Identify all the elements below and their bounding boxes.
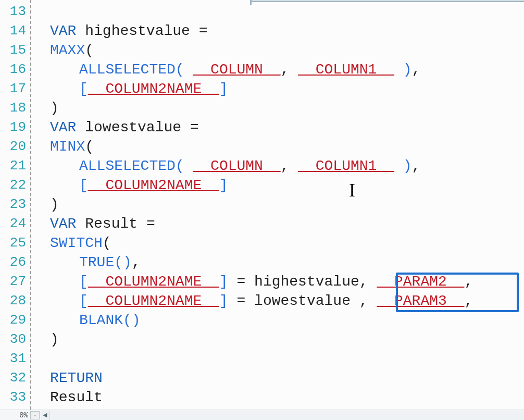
paren-open: ( bbox=[85, 42, 94, 58]
operator-equals: = bbox=[236, 274, 245, 290]
function-blank: BLANK bbox=[79, 312, 123, 328]
placeholder-column2name: __COLUMN2NAME__ bbox=[88, 177, 219, 193]
comma: , bbox=[281, 158, 290, 174]
placeholder-param2: __PARAM2__ bbox=[377, 274, 464, 290]
comma: , bbox=[281, 61, 290, 78]
placeholder-column2name: __COLUMN2NAME__ bbox=[88, 274, 219, 290]
horizontal-scrollbar[interactable]: ◄ bbox=[41, 410, 524, 420]
line-number: 20 bbox=[0, 137, 30, 156]
comma: , bbox=[464, 293, 473, 309]
scroll-left-icon[interactable]: ◄ bbox=[41, 411, 50, 420]
bracket-close: ] bbox=[219, 293, 228, 309]
zoom-label: 0% bbox=[19, 411, 29, 419]
bracket-close: ] bbox=[219, 274, 228, 290]
paren-close: ) bbox=[403, 61, 412, 78]
code-line[interactable] bbox=[34, 349, 524, 368]
line-number: 25 bbox=[0, 233, 30, 253]
code-line[interactable] bbox=[34, 2, 524, 21]
identifier: Result bbox=[50, 389, 103, 405]
line-number: 15 bbox=[0, 41, 30, 60]
function-minx: MINX bbox=[50, 139, 85, 155]
code-line[interactable]: ALLSELECTED( __COLUMN__, __COLUMN1__ ), bbox=[34, 156, 524, 176]
comma: , bbox=[412, 61, 421, 78]
line-number: 16 bbox=[0, 60, 30, 79]
function-true: TRUE bbox=[79, 254, 114, 270]
line-number: 30 bbox=[0, 330, 30, 349]
keyword-var: VAR bbox=[50, 23, 76, 39]
code-line[interactable]: VAR lowestvalue = bbox=[34, 118, 524, 137]
bracket-open: [ bbox=[79, 274, 88, 290]
paren-open: ( bbox=[176, 61, 184, 78]
bracket-open: [ bbox=[79, 177, 88, 193]
code-line[interactable]: VAR highestvalue = bbox=[34, 21, 524, 41]
code-line[interactable]: VAR Result = bbox=[34, 214, 524, 233]
line-number: 26 bbox=[0, 253, 30, 272]
code-line[interactable]: SWITCH( bbox=[34, 233, 524, 253]
comma: , bbox=[464, 274, 473, 290]
code-line[interactable]: [__COLUMN2NAME__] = lowestvalue , __PARA… bbox=[34, 291, 524, 311]
code-line[interactable]: [__COLUMN2NAME__] = highestvalue, __PARA… bbox=[34, 272, 524, 291]
line-number: 24 bbox=[0, 214, 30, 233]
comma: , bbox=[359, 293, 368, 309]
identifier: highestvalue bbox=[254, 274, 359, 290]
code-line[interactable]: Result bbox=[34, 388, 524, 407]
identifier: lowestvalue bbox=[85, 119, 181, 135]
paren-close: ) bbox=[50, 100, 59, 116]
keyword-var: VAR bbox=[50, 216, 76, 232]
line-number: 19 bbox=[0, 118, 30, 137]
placeholder-column2name: __COLUMN2NAME__ bbox=[88, 293, 219, 309]
placeholder-column2name: __COLUMN2NAME__ bbox=[88, 81, 219, 97]
line-number: 28 bbox=[0, 291, 30, 311]
line-number: 23 bbox=[0, 195, 30, 214]
paren-close: ) bbox=[50, 196, 59, 213]
paren-open: ( bbox=[85, 139, 94, 155]
line-number: 22 bbox=[0, 176, 30, 195]
code-editor[interactable]: 13 14 15 16 17 18 19 20 21 22 23 24 25 2… bbox=[0, 0, 524, 420]
identifier: highestvalue bbox=[85, 23, 190, 39]
code-line[interactable]: ) bbox=[34, 98, 524, 118]
keyword-var: VAR bbox=[50, 119, 76, 135]
code-line[interactable]: [__COLUMN2NAME__] bbox=[34, 79, 524, 98]
line-number: 27 bbox=[0, 272, 30, 291]
identifier: lowestvalue bbox=[254, 293, 351, 309]
code-line[interactable]: RETURN bbox=[34, 368, 524, 388]
code-area[interactable]: VAR highestvalue = MAXX( ALLSELECTED( __… bbox=[31, 0, 524, 420]
line-number: 17 bbox=[0, 79, 30, 98]
paren-close: ) bbox=[50, 331, 59, 348]
function-switch: SWITCH bbox=[50, 235, 103, 251]
code-line[interactable]: TRUE(), bbox=[34, 253, 524, 272]
placeholder-column: __COLUMN__ bbox=[193, 158, 280, 174]
line-number: 33 bbox=[0, 388, 30, 407]
zoom-out-button[interactable]: - bbox=[30, 411, 40, 419]
line-number: 31 bbox=[0, 349, 30, 368]
line-number: 29 bbox=[0, 311, 30, 330]
placeholder-param3: __PARAM3__ bbox=[377, 293, 464, 309]
code-line[interactable]: [__COLUMN2NAME__] bbox=[34, 176, 524, 195]
code-line[interactable]: MINX( bbox=[34, 137, 524, 156]
code-line[interactable]: ) bbox=[34, 195, 524, 214]
placeholder-column1: __COLUMN1__ bbox=[298, 158, 394, 174]
placeholder-column: __COLUMN__ bbox=[193, 61, 280, 78]
code-line[interactable]: ALLSELECTED( __COLUMN__, __COLUMN1__ ), bbox=[34, 60, 524, 79]
zoom-control[interactable]: 0% - bbox=[0, 410, 41, 420]
function-allselected: ALLSELECTED bbox=[79, 158, 176, 174]
function-allselected: ALLSELECTED bbox=[79, 61, 176, 78]
paren-open: ( bbox=[176, 158, 184, 174]
comma: , bbox=[412, 158, 421, 174]
comma: , bbox=[359, 274, 368, 290]
paren-close: ) bbox=[403, 158, 412, 174]
identifier: Result bbox=[85, 216, 138, 232]
code-line[interactable]: ) bbox=[34, 330, 524, 349]
line-number: 14 bbox=[0, 21, 30, 41]
comma: , bbox=[132, 254, 141, 270]
code-line[interactable]: MAXX( bbox=[34, 41, 524, 60]
paren-close: ) bbox=[132, 312, 141, 328]
line-number-gutter: 13 14 15 16 17 18 19 20 21 22 23 24 25 2… bbox=[0, 0, 31, 420]
paren-open: ( bbox=[123, 312, 132, 328]
bracket-open: [ bbox=[79, 81, 88, 97]
line-number: 21 bbox=[0, 156, 30, 176]
code-line[interactable]: BLANK() bbox=[34, 311, 524, 330]
line-number: 32 bbox=[0, 368, 30, 388]
bracket-open: [ bbox=[79, 293, 88, 309]
bracket-close: ] bbox=[219, 81, 228, 97]
